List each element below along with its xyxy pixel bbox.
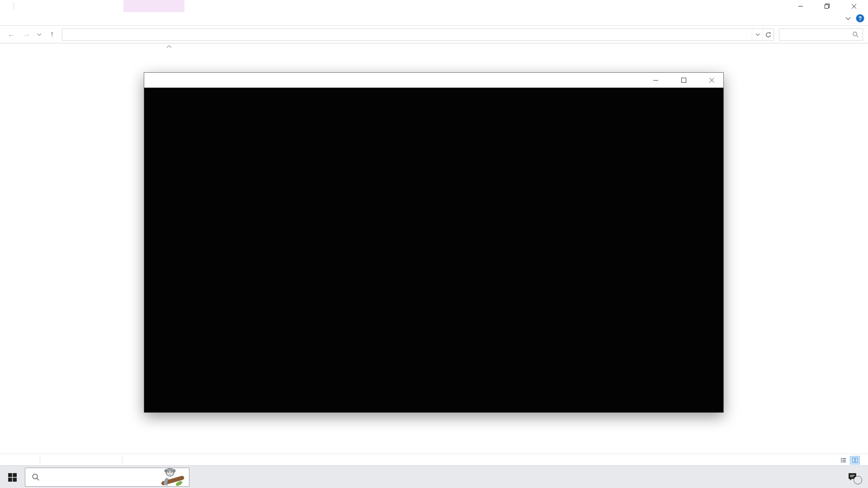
details-view-toggle[interactable]	[838, 456, 848, 465]
qat-newfolder-icon[interactable]	[28, 2, 36, 9]
sort-ascending-chevron-icon[interactable]	[166, 44, 172, 49]
taskbar	[0, 465, 868, 488]
game-titlebar[interactable]	[144, 73, 723, 88]
recent-locations-chevron-icon[interactable]	[35, 28, 43, 40]
explorer-folder-icon[interactable]	[3, 2, 10, 9]
desktop-screen: ? ← → ↑	[0, 0, 868, 488]
explorer-titlebar	[0, 0, 868, 12]
refresh-icon[interactable]	[763, 29, 774, 40]
thumbnail-view-toggle[interactable]	[850, 456, 860, 465]
qat-separator	[14, 2, 14, 9]
close-button[interactable]	[840, 0, 868, 12]
quick-access-toolbar	[3, 2, 47, 9]
search-icon	[852, 31, 859, 38]
game-client-area[interactable]	[144, 88, 723, 413]
status-separator	[40, 456, 40, 464]
ribbon-tabs	[0, 12, 868, 26]
notification-badge	[854, 476, 862, 484]
status-bar	[0, 454, 868, 465]
minimize-button[interactable]	[788, 0, 814, 12]
address-bar[interactable]	[62, 28, 774, 41]
breadcrumb	[73, 29, 752, 40]
help-icon[interactable]: ?	[856, 14, 864, 23]
game-window	[144, 72, 724, 413]
expand-ribbon-chevron-icon[interactable]	[845, 16, 851, 21]
start-button[interactable]	[0, 466, 25, 488]
taskbar-clock[interactable]	[801, 466, 840, 488]
search-highlight-monkey-image[interactable]	[153, 467, 188, 488]
explorer-search-input[interactable]	[779, 31, 852, 38]
taskbar-search-box[interactable]	[25, 468, 189, 487]
language-indicator[interactable]	[783, 466, 801, 488]
svg-text:?: ?	[859, 15, 862, 22]
restore-button[interactable]	[814, 0, 840, 12]
manage-contextual-label	[123, 0, 184, 12]
address-band: ← → ↑	[0, 26, 868, 43]
status-separator	[122, 456, 123, 464]
ribbon-extra-controls: ?	[845, 14, 864, 23]
game-app-icon	[149, 76, 158, 85]
address-folder-icon	[66, 31, 73, 38]
notification-center-button[interactable]	[844, 466, 866, 488]
taskbar-search-input[interactable]	[44, 474, 153, 481]
forward-button[interactable]: →	[21, 28, 33, 40]
navigation-pane	[0, 43, 89, 454]
address-dropdown-chevron-icon[interactable]	[752, 29, 763, 40]
back-button[interactable]: ←	[5, 28, 17, 40]
qat-customize-chevron-icon[interactable]	[39, 2, 47, 9]
search-icon	[32, 473, 40, 481]
game-close-button[interactable]	[701, 73, 722, 88]
game-maximize-button[interactable]	[673, 73, 694, 88]
up-button[interactable]: ↑	[46, 28, 58, 40]
qat-check-icon[interactable]	[18, 2, 25, 9]
game-minimize-button[interactable]	[645, 73, 666, 88]
explorer-search-box[interactable]	[779, 28, 863, 41]
